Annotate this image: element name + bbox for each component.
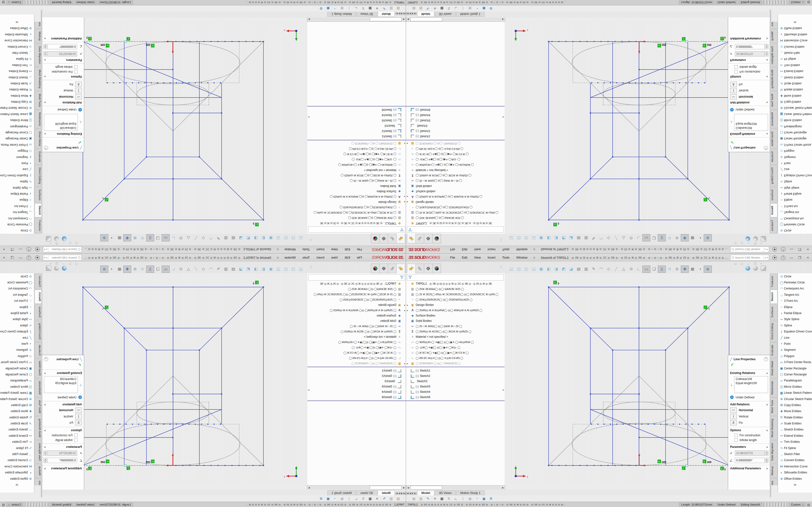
tool-offset-entities[interactable]: ⊚Offset Entities [778,475,812,482]
tab-weldments[interactable]: Weldments [35,379,42,397]
sphere-gray-icon[interactable] [54,236,59,241]
tool-mirror-entities[interactable]: ◫Mirror Entities [0,117,34,123]
rollback-bar[interactable] [406,139,505,140]
tool-equation-driven-curve[interactable]: ƒEquation Driven Curve [0,329,34,335]
search-box[interactable]: ⬡ Search CAD Models ⌕ ▾ [43,246,82,252]
search-dropdown-icon[interactable]: ▾ [44,257,45,259]
toolbar-icon[interactable]: ◨ [552,266,560,272]
tree-item[interactable]: Material < not specified > [307,168,406,173]
toolbar-grip-icon[interactable]: ⋮ [407,497,409,500]
toolbar-icon[interactable]: ◱ [297,235,305,241]
sketch-item[interactable]: (-)Sketch1 [307,368,406,373]
toolbar-icon[interactable]: ⊙ [627,235,635,241]
pane-splitter-handle[interactable]: ◉ [502,116,504,118]
add-relation-fix[interactable]: ⚓Fix [728,81,770,88]
toolbar-icon[interactable]: ◑ [696,235,704,241]
sketch-item[interactable]: (-)Sketch5 [307,118,406,123]
tree-item[interactable]: Surface Bodies [307,189,406,194]
angle-field[interactable]: 0.00000000° [47,44,77,49]
help-icon[interactable]: ? [781,256,785,260]
tool-point[interactable]: ▪Point [0,341,34,347]
tool-perimeter-circle[interactable]: ◯Perimeter Circle [0,221,34,227]
tree-root-item[interactable]: TЯPDL2. ◎ ЭЕ ◎ Ш ◎ ◎ ◎ Ж ◎ ƆС ◎ ЭЕ ◎ · ◎… [307,281,406,286]
toolbar-icon[interactable]: ⊙ [666,266,673,272]
ok-check-icon[interactable]: ✔ [42,138,84,145]
tab-markup[interactable]: Markup [35,29,42,43]
tab-direct-editing[interactable]: Direct Editing [770,321,777,342]
lower-toolbar-icon[interactable]: ✎ [424,6,432,10]
sphere-blue-icon[interactable] [745,266,750,271]
menu-file[interactable]: File [354,245,365,253]
minimize-button[interactable]: — [788,253,796,262]
search-icon[interactable]: ⌕ [763,256,766,260]
tab-nav-icon[interactable]: |◀ [403,492,406,495]
caret-icon[interactable]: ▸ [407,362,410,365]
tool-trim-entities[interactable]: ✂Trim Entities [778,62,812,68]
search-dropdown-icon[interactable]: ▾ [44,248,45,250]
child-window-buttons[interactable]: ◻ ◻ — ❐ × [48,262,78,265]
tab-features[interactable]: Features [770,274,777,289]
add-relation-horizontal[interactable]: —Horizontal [42,94,84,100]
toolbar-icon[interactable]: ▤ [230,235,237,241]
tool-trim-entities[interactable]: ✂Trim Entities [0,62,34,68]
lower-toolbar-icon[interactable]: ∟ [353,497,360,501]
toolbar-icon[interactable]: ∟ [635,266,642,272]
cube-gray-icon[interactable] [761,236,766,241]
sketch-item[interactable]: (-)Sketch5 [307,384,406,389]
add-relation-vertical[interactable]: |Vertical [42,88,84,94]
tool-point[interactable]: ▪Point [778,160,812,166]
tool-equation-driven-curve[interactable]: ƒEquation Driven Curve [778,329,812,335]
doc-tab-motion-study-1[interactable]: Motion Study 1 [456,12,484,17]
tab-nav-icon[interactable]: ▶ [412,12,413,15]
minimize-button[interactable]: — [16,253,24,262]
tree-item[interactable]: ◯ ·◎Ж◯ ✳◉[◯ ◎◯ ]◉✳ ◯Ж◎· ◯ [307,157,406,162]
sphere-blue-icon[interactable] [62,236,67,241]
lower-toolbar-icon[interactable]: ◔ [332,497,339,501]
search-dropdown-icon[interactable]: ▾ [767,248,768,250]
lower-toolbar-icon[interactable]: ◔ [473,497,480,501]
scroll-left-icon[interactable]: ◀ [402,487,406,489]
lower-toolbar-icon[interactable]: ▤ [395,497,402,501]
tool-3-point-arc[interactable]: ◜3 Point Arc [778,298,812,304]
toolbar-icon[interactable]: ▥ [222,235,230,241]
toolbar-icon[interactable]: ❏ [650,235,658,241]
toolbar-icon[interactable]: ◧ [545,266,552,272]
tool-tangent-arc[interactable]: ◡Tangent Arc [778,209,812,215]
section-parameters[interactable]: Parameters ∧ [728,444,770,450]
panel-help-icon[interactable]: ? [44,357,48,361]
tool-perimeter-circle[interactable]: ◯Perimeter Circle [778,279,812,285]
toolbar-icon[interactable]: ◩ [560,266,567,272]
section-options[interactable]: Options ∧ [42,74,84,80]
lower-toolbar-icon[interactable]: ▣ [324,6,332,10]
tab-evaluate[interactable]: Evaluate [770,149,777,165]
rollback-bar[interactable] [307,139,406,140]
tab-surfaces[interactable]: Surfaces [35,304,42,320]
doc-tab-3d-views[interactable]: 3D Views [356,490,377,495]
menu-window[interactable]: Window [281,253,299,262]
menu-view[interactable]: View [328,253,342,262]
toolbar-icon[interactable]: ◑ [108,235,116,241]
search-dropdown-icon[interactable]: ▾ [767,257,768,259]
tool-spline[interactable]: ∿Spline [778,178,812,184]
toolbar-icon[interactable]: ▤ [575,235,582,241]
menu-tools[interactable]: Tools [299,245,313,253]
tool-3-point-arc[interactable]: ◜3 Point Arc [0,203,34,209]
tab-sketch[interactable]: Sketch [35,203,42,217]
sketch-item[interactable]: Sketch3 [307,379,406,384]
lower-toolbar-icon[interactable]: ▣ [324,497,332,501]
toolbar-icon[interactable]: ◠ [207,235,215,241]
tool-perimeter-circle[interactable]: ◯Perimeter Circle [0,279,34,285]
tab-mesh-modeling[interactable]: Mesh Modeling [770,416,777,440]
toolbar-icon[interactable]: )( [146,234,154,241]
doc-tab-model[interactable]: Model [417,490,434,495]
tab-nav-icon[interactable]: ◀ [409,492,411,495]
tool-partial-ellipse[interactable]: ◖Partial Ellipse [0,310,34,316]
section-additional-parameters[interactable]: Additional Parameters ∨ [728,36,770,42]
tool-partial-ellipse[interactable]: ◖Partial Ellipse [0,191,34,197]
toolbar-icon[interactable]: ∟ [635,235,642,241]
tool-corner-rectangle[interactable]: ▢Corner Rectangle [0,371,34,377]
tree-filter-box[interactable] [407,274,504,281]
tool-center-rectangle[interactable]: ▣Center Rectangle [0,136,34,142]
sketch-item[interactable]: (-)Sketch2 [307,373,406,379]
tree-item[interactable]: ◯ ИN◦9С◦Ж◎✕◯ ◎◯ ✕◎Ж◦С9◦ИN ◯ [406,355,505,361]
